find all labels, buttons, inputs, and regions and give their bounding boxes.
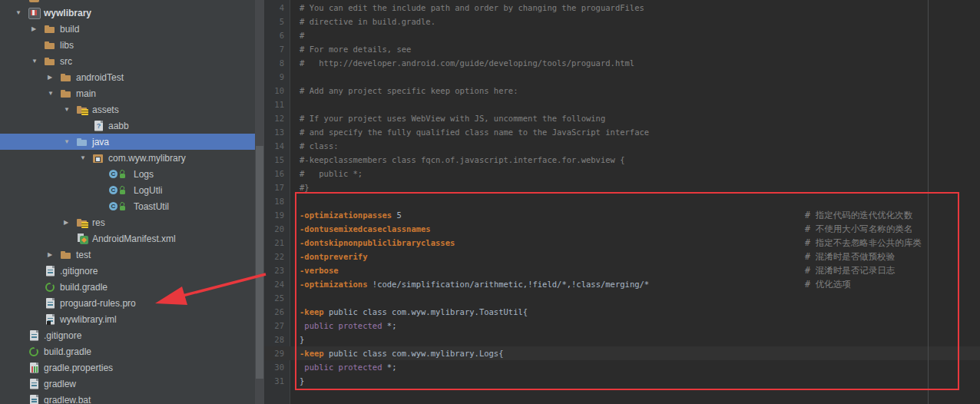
tree-item-gradle-properties[interactable]: gradle.properties (0, 359, 264, 376)
chevron-down-icon[interactable]: ▼ (78, 154, 93, 161)
code-line-17[interactable]: 17#} (264, 180, 980, 194)
line-number: 26 (264, 305, 284, 319)
code-line-8[interactable]: 8# http://developer.android.com/guide/de… (264, 56, 980, 70)
file-unknown-icon: ? (93, 120, 104, 132)
tree-item-label: gradlew.bat (44, 395, 91, 404)
code-line-25[interactable]: 25 (264, 291, 980, 305)
code-line-6[interactable]: 6# (264, 28, 980, 42)
line-number: 13 (264, 125, 284, 139)
code-line-7[interactable]: 7# For more details, see (264, 42, 980, 56)
code-line-9[interactable]: 9 (264, 70, 980, 84)
tree-item-wywlibrary[interactable]: ▼wywlibrary (0, 5, 264, 21)
code-text: # You can edit the include path and orde… (300, 1, 644, 15)
tree-item-res[interactable]: ▶res (0, 214, 264, 230)
cjk-comment: # 指定代码的迭代优化次数 (805, 208, 912, 222)
code-line-12[interactable]: 12# If your project uses WebView with JS… (264, 111, 980, 125)
code-line-18[interactable]: 18 (264, 194, 980, 208)
line-number: 10 (264, 84, 284, 98)
tree-item-build[interactable]: ▶build (0, 21, 264, 37)
line-number: 24 (264, 277, 284, 291)
tree-item-libs[interactable]: libs (0, 37, 264, 53)
tree-item-proguard-rules-pro[interactable]: proguard-rules.pro (0, 295, 264, 311)
tree-item-label: .gitignore (44, 330, 81, 341)
code-line-31[interactable]: 31} (264, 374, 980, 388)
chevron-down-icon[interactable]: ▼ (29, 58, 45, 65)
code-line-20[interactable]: 20-dontusemixedcaseclassnames# 不使用大小写名称的… (264, 222, 980, 236)
chevron-down-icon[interactable]: ▼ (45, 90, 61, 97)
tree-item-src[interactable]: ▼src (0, 53, 264, 69)
code-line-15[interactable]: 15#-keepclassmembers class fqcn.of.javas… (264, 153, 980, 167)
code-line-24[interactable]: 24-optimizations !code/simplification/ar… (264, 277, 980, 291)
code-line-23[interactable]: 23-verbose# 混淆时是否记录日志 (264, 263, 980, 277)
folder-icon (61, 249, 72, 261)
tree-item-gradlew[interactable]: gradlew (0, 376, 264, 392)
tree-item-androidmanifest-xml[interactable]: AndroidManifest.xml (0, 230, 264, 247)
tree-item-label: .gitignore (60, 266, 98, 277)
code-text: # public *; (300, 167, 363, 180)
code-line-21[interactable]: 21-dontskipnonpubliclibraryclasses# 指定不去… (264, 236, 980, 250)
tree-item-java[interactable]: ▼java (0, 134, 264, 150)
file-icon (28, 378, 40, 390)
tree-item-label: wywlibrary.iml (60, 314, 117, 325)
tree-item-toastutil[interactable]: CToastUtil (0, 198, 264, 214)
code-line-4[interactable]: 4# You can edit the include path and ord… (264, 1, 980, 15)
chevron-down-icon[interactable]: ▼ (61, 106, 77, 113)
code-text: -dontpreverify (300, 250, 368, 263)
tree-item-build-gradle[interactable]: build.gradle (0, 279, 264, 295)
tree-item-logs[interactable]: CLogs (0, 166, 264, 182)
chevron-right-icon[interactable]: ▶ (45, 74, 61, 81)
package-icon (93, 152, 104, 164)
tree-item--gitignore[interactable]: .gitignore (0, 327, 264, 343)
line-number: 18 (264, 194, 284, 208)
tree-item-logutli[interactable]: CLogUtli (0, 182, 264, 198)
tree-item-wywlibrary-iml[interactable]: wywlibrary.iml (0, 311, 264, 327)
code-line-14[interactable]: 14# class: (264, 139, 980, 153)
line-number: 25 (264, 291, 284, 305)
code-line-19[interactable]: 19-optimizationpasses 5# 指定代码的迭代优化次数 (264, 208, 980, 222)
line-number: 30 (264, 360, 284, 374)
code-line-29[interactable]: 29-keep public class com.wyw.mylibrary.L… (264, 346, 980, 360)
code-text: -dontskipnonpubliclibraryclasses (300, 236, 455, 250)
code-text: # class: (300, 139, 339, 153)
file-icon (28, 329, 40, 342)
chevron-right-icon[interactable]: ▶ (61, 219, 77, 226)
code-line-13[interactable]: 13# and specify the fully qualified clas… (264, 125, 980, 139)
code-text: # If your project uses WebView with JS, … (300, 111, 605, 125)
tree-item-label: assets (92, 104, 119, 115)
code-line-10[interactable]: 10# Add any project specific keep option… (264, 84, 980, 98)
tree-item-main[interactable]: ▼main (0, 85, 264, 101)
chevron-down-icon[interactable]: ▼ (13, 9, 28, 16)
tree-scrollbar-thumb[interactable] (256, 146, 263, 379)
cjk-comment: # 指定不去忽略非公共的库类 (805, 236, 922, 250)
tree-item-label: res (92, 217, 105, 228)
code-line-22[interactable]: 22-dontpreverify# 混淆时是否做预校验 (264, 250, 980, 263)
code-line-16[interactable]: 16# public *; (264, 167, 980, 180)
tree-item-aabb[interactable]: ?aabb (0, 118, 264, 134)
tree-item-gradlew-bat[interactable]: gradlew.bat (0, 392, 264, 404)
tree-item-assets[interactable]: ▼assets (0, 101, 264, 118)
chevron-down-icon[interactable]: ▼ (61, 138, 77, 145)
code-editor[interactable]: 4# You can edit the include path and ord… (264, 0, 980, 404)
tree-item-com-wyw-mylibrary[interactable]: ▼com.wyw.mylibrary (0, 150, 264, 166)
code-line-11[interactable]: 11 (264, 98, 980, 111)
chevron-right-icon[interactable]: ▶ (29, 25, 45, 32)
tree-item-test[interactable]: ▶test (0, 247, 264, 263)
code-line-5[interactable]: 5# directive in build.gradle. (264, 15, 980, 28)
code-line-27[interactable]: 27 public protected *; (264, 319, 980, 333)
editor-margin-guide (928, 0, 929, 404)
code-line-30[interactable]: 30 public protected *; (264, 360, 980, 374)
code-line-28[interactable]: 28} (264, 333, 980, 346)
chevron-right-icon[interactable]: ▶ (45, 251, 61, 258)
file-icon (45, 265, 56, 277)
cjk-comment: # 优化选项 (805, 277, 851, 291)
project-tree-panel: ▼wywlibrary▶buildlibs▼src▶androidTest▼ma… (0, 0, 264, 404)
tree-item-androidtest[interactable]: ▶androidTest (0, 69, 264, 85)
tree-item-label: test (76, 250, 91, 260)
line-number: 4 (264, 1, 284, 15)
tree-item--gitignore[interactable]: .gitignore (0, 263, 264, 279)
line-number: 19 (264, 208, 284, 222)
code-text: -keep public class com.wyw.mylibrary.Log… (300, 346, 504, 360)
line-number: 14 (264, 139, 284, 153)
tree-item-build-gradle[interactable]: build.gradle (0, 343, 264, 359)
code-line-26[interactable]: 26-keep public class com.wyw.mylibrary.T… (264, 305, 980, 319)
